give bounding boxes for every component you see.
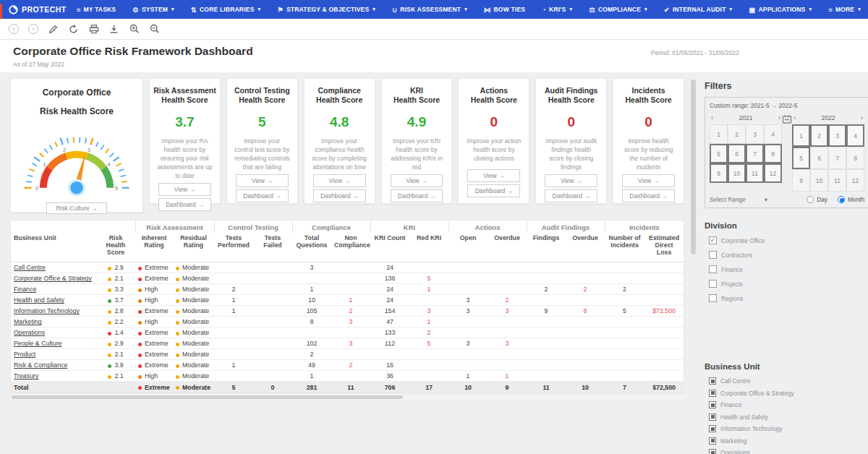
radio-month[interactable]: Month xyxy=(838,196,864,203)
month-cell-2022-9[interactable]: 9 xyxy=(792,169,810,192)
dashboard-button[interactable]: Dashboard → xyxy=(545,189,597,202)
checkbox-filled-icon[interactable] xyxy=(709,401,716,408)
protecht-logo[interactable]: PROTECHT xyxy=(0,5,77,14)
month-cell-2021-11[interactable]: 11 xyxy=(746,163,764,183)
horizontal-scrollbar[interactable] xyxy=(10,395,684,400)
division-option-projects[interactable]: Projects xyxy=(709,280,868,288)
checkbox-icon[interactable] xyxy=(709,265,717,273)
business-unit-option-finance[interactable]: Finance xyxy=(709,401,868,408)
month-cell-2022-6[interactable]: 6 xyxy=(810,147,828,169)
radio-day[interactable]: Day xyxy=(807,196,827,203)
division-option-contractors[interactable]: Contractors xyxy=(709,251,868,259)
vertical-scrollbar-thumb[interactable] xyxy=(691,80,696,254)
month-cell-2022-10[interactable]: 10 xyxy=(810,169,828,192)
business-unit-link[interactable]: Treasury xyxy=(14,372,38,380)
refresh-icon[interactable] xyxy=(68,24,79,35)
view-button[interactable]: View → xyxy=(313,174,366,187)
select-range-dropdown[interactable]: Select Range ▾ xyxy=(710,196,767,203)
view-button[interactable]: View → xyxy=(545,174,597,187)
prev-year-icon[interactable]: ‹ xyxy=(711,113,713,121)
month-cell-2022-12[interactable]: 12 xyxy=(846,169,864,192)
business-unit-link[interactable]: Health and Safety xyxy=(14,296,64,304)
checkbox-icon[interactable] xyxy=(709,294,717,302)
business-unit-link[interactable]: People & Culture xyxy=(14,340,62,347)
month-cell-2022-7[interactable]: 7 xyxy=(828,147,846,169)
view-button[interactable]: View → xyxy=(467,169,520,182)
month-cell-2021-3[interactable]: 3 xyxy=(746,124,764,144)
business-unit-link[interactable]: Marketing xyxy=(14,318,42,325)
dashboard-button[interactable]: Dashboard → xyxy=(158,198,211,211)
checkbox-filled-icon[interactable] xyxy=(709,437,716,445)
month-cell-2022-1[interactable]: 1 xyxy=(792,124,810,147)
month-cell-2022-11[interactable]: 11 xyxy=(828,169,846,192)
nav-item-applications[interactable]: ▣APPLICATIONS▾ xyxy=(749,6,812,14)
business-unit-link[interactable]: Risk & Compliance xyxy=(14,361,67,369)
business-unit-option-marketing[interactable]: Marketing xyxy=(709,437,868,445)
month-cell-2021-4[interactable]: 4 xyxy=(764,124,782,144)
month-cell-2022-5[interactable]: 5 xyxy=(792,147,810,169)
business-unit-option-corporate-office-strategy[interactable]: Corporate Office & Strategy xyxy=(709,390,868,397)
back-icon[interactable]: ‹ xyxy=(9,24,19,34)
business-unit-link[interactable]: Operations xyxy=(14,329,45,336)
month-cell-2021-7[interactable]: 7 xyxy=(746,144,764,163)
division-option-finance[interactable]: Finance xyxy=(709,265,868,273)
month-cell-2022-8[interactable]: 8 xyxy=(846,147,864,169)
checkbox-filled-icon[interactable] xyxy=(709,449,716,454)
checkbox-icon[interactable] xyxy=(709,280,717,288)
business-unit-option-operations[interactable]: Operations xyxy=(709,449,868,454)
month-cell-2022-2[interactable]: 2 xyxy=(810,124,828,147)
checkbox-filled-icon[interactable] xyxy=(709,377,716,385)
risk-culture-button[interactable]: Risk Culture → xyxy=(46,202,106,214)
month-cell-2021-9[interactable]: 9 xyxy=(710,163,728,183)
nav-item-system[interactable]: ⚙SYSTEM▾ xyxy=(132,6,174,14)
checkbox-filled-icon[interactable] xyxy=(709,390,716,397)
edit-icon[interactable] xyxy=(48,24,59,35)
nav-item-bow-ties[interactable]: ⋈BOW TIES xyxy=(484,6,525,14)
download-icon[interactable] xyxy=(109,24,119,35)
dashboard-button[interactable]: Dashboard → xyxy=(467,184,520,197)
calendar-icon[interactable] xyxy=(783,113,792,127)
business-unit-option-call-centre[interactable]: Call Centre xyxy=(709,377,868,385)
month-cell-2021-10[interactable]: 10 xyxy=(728,163,746,183)
horizontal-scrollbar-thumb[interactable] xyxy=(12,395,403,399)
dashboard-button[interactable]: Dashboard → xyxy=(622,189,675,202)
radio-month-dot[interactable] xyxy=(838,196,845,203)
view-button[interactable]: View → xyxy=(236,174,289,187)
checkbox-icon[interactable] xyxy=(709,251,717,259)
business-unit-link[interactable]: Corporate Office & Strategy xyxy=(14,275,92,282)
nav-item-more[interactable]: ≡MORE▾ xyxy=(828,6,861,14)
division-option-regions[interactable]: Regions xyxy=(709,294,868,302)
nav-item-core-libraries[interactable]: ⇅CORE LIBRARIES▾ xyxy=(191,6,260,14)
business-unit-link[interactable]: Finance xyxy=(14,286,36,293)
checkbox-filled-icon[interactable] xyxy=(709,414,716,421)
checkbox-icon[interactable]: ✓ xyxy=(709,236,717,244)
checkbox-filled-icon[interactable] xyxy=(709,425,716,432)
prev-year-icon[interactable]: ‹ xyxy=(793,113,796,121)
view-button[interactable]: View → xyxy=(622,174,675,187)
business-unit-link[interactable]: Call Centre xyxy=(14,264,46,271)
month-cell-2021-12[interactable]: 12 xyxy=(764,163,782,183)
month-cell-2021-5[interactable]: 5 xyxy=(710,144,728,163)
next-year-icon[interactable]: › xyxy=(778,113,780,121)
month-cell-2021-1[interactable]: 1 xyxy=(710,124,728,144)
next-year-icon[interactable]: › xyxy=(861,113,863,121)
view-button[interactable]: View → xyxy=(158,183,211,196)
nav-item-my-tasks[interactable]: ≡MY TASKS xyxy=(77,6,116,14)
print-icon[interactable] xyxy=(88,24,99,35)
nav-item-internal-audit[interactable]: ✔INTERNAL AUDIT▾ xyxy=(664,6,733,14)
month-cell-2021-8[interactable]: 8 xyxy=(764,144,782,163)
month-cell-2022-4[interactable]: 4 xyxy=(846,124,864,147)
dashboard-button[interactable]: Dashboard → xyxy=(236,189,289,202)
business-unit-link[interactable]: Information Technology xyxy=(14,307,80,314)
business-unit-link[interactable]: Product xyxy=(14,351,35,358)
radio-day-dot[interactable] xyxy=(807,196,814,203)
month-cell-2022-3[interactable]: 3 xyxy=(828,124,846,147)
zoom-out-icon[interactable] xyxy=(149,24,160,35)
business-unit-option-information-technology[interactable]: Information Technology xyxy=(709,425,868,432)
division-option-corporate-office[interactable]: ✓Corporate Office xyxy=(709,236,868,244)
month-cell-2021-6[interactable]: 6 xyxy=(728,144,746,163)
nav-item-risk-assessment[interactable]: ∪RISK ASSESSMENT▾ xyxy=(392,6,467,14)
nav-item-compliance[interactable]: ⚖COMPLIANCE▾ xyxy=(589,6,647,14)
month-cell-2021-2[interactable]: 2 xyxy=(728,124,746,144)
nav-item-strategy-objectives[interactable]: ⚑STRATEGY & OBJECTIVES▾ xyxy=(277,6,375,14)
